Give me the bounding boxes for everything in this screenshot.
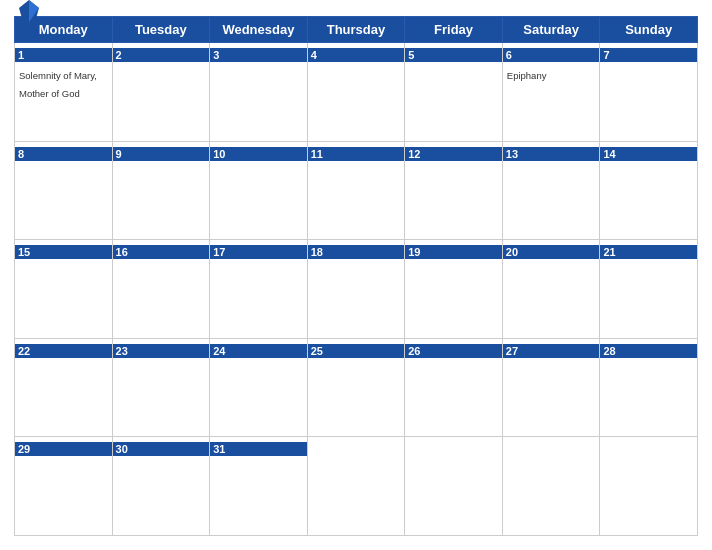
- day-number: 25: [308, 344, 405, 358]
- calendar-cell: 10: [210, 141, 308, 240]
- calendar-cell: [307, 437, 405, 536]
- day-number: 17: [210, 245, 307, 259]
- calendar-cell: [600, 437, 698, 536]
- calendar-cell: 5: [405, 43, 503, 142]
- day-number: 12: [405, 147, 502, 161]
- weekday-header-friday: Friday: [405, 17, 503, 43]
- day-number: 23: [113, 344, 210, 358]
- logo: [14, 0, 40, 24]
- day-number: 22: [15, 344, 112, 358]
- day-number: 15: [15, 245, 112, 259]
- calendar-cell: 25: [307, 338, 405, 437]
- calendar-cell: 30: [112, 437, 210, 536]
- day-number: 11: [308, 147, 405, 161]
- day-number: 16: [113, 245, 210, 259]
- weekday-header-wednesday: Wednesday: [210, 17, 308, 43]
- calendar-cell: 2: [112, 43, 210, 142]
- calendar-cell: 4: [307, 43, 405, 142]
- weekday-header-thursday: Thursday: [307, 17, 405, 43]
- week-row-3: 15161718192021: [15, 240, 698, 339]
- calendar-table: MondayTuesdayWednesdayThursdayFridaySatu…: [14, 16, 698, 536]
- calendar-cell: [405, 437, 503, 536]
- day-number: 8: [15, 147, 112, 161]
- event-label: Solemnity of Mary, Mother of God: [19, 70, 97, 99]
- day-number: 26: [405, 344, 502, 358]
- calendar-cell: 31: [210, 437, 308, 536]
- day-number: 24: [210, 344, 307, 358]
- calendar-wrapper: MondayTuesdayWednesdayThursdayFridaySatu…: [0, 0, 712, 550]
- calendar-cell: 14: [600, 141, 698, 240]
- calendar-cell: 15: [15, 240, 113, 339]
- day-number: 4: [308, 48, 405, 62]
- week-row-5: 293031: [15, 437, 698, 536]
- calendar-cell: 27: [502, 338, 600, 437]
- day-number: 2: [113, 48, 210, 62]
- day-number: 13: [503, 147, 600, 161]
- calendar-cell: 6Epiphany: [502, 43, 600, 142]
- day-number: 10: [210, 147, 307, 161]
- week-row-2: 891011121314: [15, 141, 698, 240]
- day-number: 21: [600, 245, 697, 259]
- weekday-header-row: MondayTuesdayWednesdayThursdayFridaySatu…: [15, 17, 698, 43]
- day-number: 27: [503, 344, 600, 358]
- calendar-cell: 16: [112, 240, 210, 339]
- day-number: 31: [210, 442, 307, 456]
- calendar-cell: 24: [210, 338, 308, 437]
- day-number: 3: [210, 48, 307, 62]
- day-number: 30: [113, 442, 210, 456]
- calendar-cell: 22: [15, 338, 113, 437]
- calendar-cell: 23: [112, 338, 210, 437]
- calendar-cell: 8: [15, 141, 113, 240]
- day-number: 29: [15, 442, 112, 456]
- weekday-header-sunday: Sunday: [600, 17, 698, 43]
- calendar-cell: 3: [210, 43, 308, 142]
- day-number: 6: [503, 48, 600, 62]
- calendar-cell: 21: [600, 240, 698, 339]
- calendar-cell: 19: [405, 240, 503, 339]
- day-number: 9: [113, 147, 210, 161]
- day-number: 18: [308, 245, 405, 259]
- week-row-4: 22232425262728: [15, 338, 698, 437]
- weekday-header-saturday: Saturday: [502, 17, 600, 43]
- calendar-cell: 9: [112, 141, 210, 240]
- calendar-cell: 29: [15, 437, 113, 536]
- day-number: 7: [600, 48, 697, 62]
- day-number: 1: [15, 48, 112, 62]
- weekday-header-tuesday: Tuesday: [112, 17, 210, 43]
- calendar-cell: 17: [210, 240, 308, 339]
- calendar-cell: 28: [600, 338, 698, 437]
- event-label: Epiphany: [507, 70, 547, 81]
- calendar-cell: 13: [502, 141, 600, 240]
- day-number: 14: [600, 147, 697, 161]
- calendar-cell: 7: [600, 43, 698, 142]
- day-number: 5: [405, 48, 502, 62]
- day-number: 20: [503, 245, 600, 259]
- day-number: 28: [600, 344, 697, 358]
- logo-icon: [18, 0, 40, 24]
- calendar-cell: 18: [307, 240, 405, 339]
- day-number: 19: [405, 245, 502, 259]
- calendar-cell: 26: [405, 338, 503, 437]
- calendar-cell: [502, 437, 600, 536]
- week-row-1: 1Solemnity of Mary, Mother of God23456Ep…: [15, 43, 698, 142]
- calendar-cell: 12: [405, 141, 503, 240]
- calendar-cell: 11: [307, 141, 405, 240]
- calendar-cell: 1Solemnity of Mary, Mother of God: [15, 43, 113, 142]
- calendar-cell: 20: [502, 240, 600, 339]
